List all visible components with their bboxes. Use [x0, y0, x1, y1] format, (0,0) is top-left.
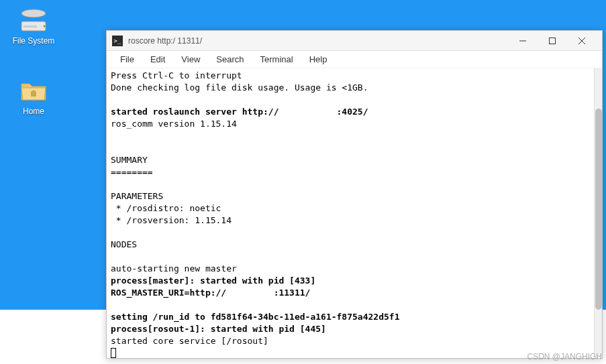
terminal-line: NODES — [111, 239, 137, 249]
desktop-icon-filesystem[interactable]: File System — [7, 7, 60, 46]
menu-search[interactable]: Search — [208, 52, 252, 66]
watermark: CSDN @JANGHIGH — [527, 352, 602, 361]
cursor — [111, 348, 116, 358]
svg-point-2 — [44, 25, 46, 27]
folder-icon — [17, 77, 50, 104]
minimize-button[interactable] — [508, 32, 538, 50]
terminal-line: Done checking log file disk usage. Usage… — [111, 82, 368, 93]
filesystem-label: File System — [7, 36, 60, 46]
terminal-line: * /rosversion: 1.15.14 — [111, 215, 232, 225]
close-button[interactable] — [567, 32, 597, 50]
svg-rect-5 — [550, 38, 556, 44]
home-label: Home — [7, 107, 60, 116]
terminal-line: process[rosout-1]: started with pid [445… — [111, 324, 326, 334]
desktop: File System Home >_ roscore http:/ 11311… — [0, 0, 606, 364]
terminal-line: Press Ctrl-C to interrupt — [111, 70, 242, 80]
menu-view[interactable]: View — [173, 52, 208, 66]
scrollbar[interactable] — [594, 68, 602, 357]
maximize-button[interactable] — [538, 32, 567, 50]
menu-edit[interactable]: Edit — [142, 52, 173, 66]
terminal-line: ======== — [111, 167, 153, 177]
terminal-line: started roslaunch server http:// :4025/ — [111, 107, 368, 117]
terminal-window: >_ roscore http:/ 11311/ File Edit View … — [106, 30, 603, 359]
menubar: File Edit View Search Terminal Help — [107, 51, 602, 68]
terminal-line: started core service [/rosout] — [111, 336, 268, 346]
terminal-line: process[master]: started with pid [433] — [111, 276, 315, 286]
desktop-icon-home[interactable]: Home — [7, 77, 60, 116]
menu-terminal[interactable]: Terminal — [252, 52, 301, 66]
terminal-line: ros_comm version 1.15.14 — [111, 119, 237, 129]
window-title: roscore http:/ 11311/ — [128, 36, 508, 46]
menu-file[interactable]: File — [112, 52, 142, 66]
titlebar[interactable]: >_ roscore http:/ 11311/ — [107, 31, 602, 51]
svg-rect-3 — [23, 25, 37, 27]
terminal-line: PARAMETERS — [111, 191, 163, 201]
terminal-line: setting /run_id to fd581f64-34bc-11ed-a1… — [111, 312, 399, 322]
terminal-line: * /rosdistro: noetic — [111, 203, 221, 213]
svg-point-0 — [21, 9, 46, 17]
terminal-app-icon: >_ — [112, 36, 123, 46]
scrollbar-thumb[interactable] — [595, 109, 602, 310]
terminal-line: ROS_MASTER_URI=http:// :11311/ — [111, 288, 310, 298]
terminal-line: auto-starting new master — [111, 263, 237, 274]
menu-help[interactable]: Help — [301, 52, 336, 66]
terminal-line: SUMMARY — [111, 155, 148, 165]
drive-icon — [17, 7, 50, 34]
terminal-output[interactable]: Press Ctrl-C to interrupt Done checking … — [107, 68, 602, 358]
